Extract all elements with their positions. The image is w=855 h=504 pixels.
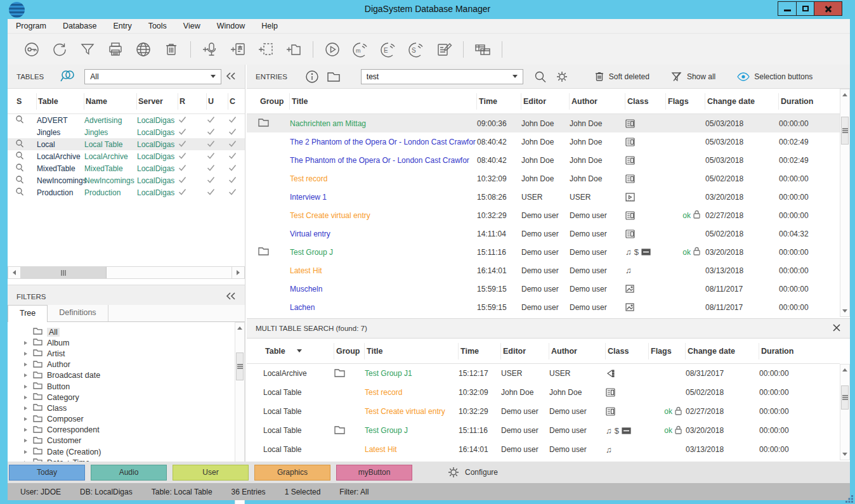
- col-header-class[interactable]: Class: [606, 343, 649, 359]
- col-header-name[interactable]: Name: [84, 93, 137, 110]
- expand-caret-icon[interactable]: [24, 385, 27, 389]
- selection-buttons-toggle[interactable]: Selection buttons: [737, 72, 813, 81]
- col-header-class[interactable]: Class: [625, 93, 666, 110]
- col-header-duration[interactable]: Duration: [779, 93, 836, 110]
- shortcut-button[interactable]: Graphics: [254, 465, 330, 481]
- scroll-down-button[interactable]: [840, 306, 849, 316]
- tree-item[interactable]: Correspondent: [8, 425, 245, 436]
- expand-caret-icon[interactable]: [24, 352, 27, 356]
- table-link-button[interactable]: [469, 40, 497, 59]
- col-header-table[interactable]: Table: [37, 93, 84, 110]
- marquee-add-button[interactable]: [252, 40, 280, 59]
- entry-row[interactable]: Virtual entry 14:11:04 Demo user Demo us…: [247, 224, 850, 243]
- collapse-tables-button[interactable]: [226, 72, 236, 81]
- tables-filter-combo[interactable]: All: [84, 69, 221, 84]
- multi-search-row[interactable]: LocalArchive Test Group J1 15:12:17 USER…: [247, 364, 840, 383]
- search-settings-gear-icon[interactable]: [551, 70, 573, 83]
- entry-row[interactable]: Test Create virtual entry 10:32:29 Demo …: [247, 206, 850, 224]
- entry-row[interactable]: Interview 1 15:08:26 USER USER 03/20/201…: [247, 188, 850, 206]
- entry-row[interactable]: Test Group J 15:11:16 Demo user Demo use…: [247, 243, 850, 261]
- collapse-filters-button[interactable]: [226, 292, 236, 301]
- menu-item[interactable]: Program: [8, 20, 55, 32]
- col-header-author[interactable]: Author: [549, 343, 606, 359]
- tree-item[interactable]: Customer: [8, 436, 245, 446]
- expand-caret-icon[interactable]: [24, 417, 27, 421]
- entries-search-input[interactable]: [367, 72, 512, 81]
- tree-item[interactable]: Category: [8, 392, 245, 403]
- col-header-u[interactable]: U: [207, 93, 228, 110]
- menu-item[interactable]: Tools: [140, 20, 175, 32]
- expand-caret-icon[interactable]: [24, 341, 27, 345]
- menu-item[interactable]: Entry: [105, 20, 140, 32]
- show-all-button[interactable]: Show all: [671, 72, 715, 82]
- broadcast-e-button[interactable]: E: [374, 40, 402, 59]
- entry-row[interactable]: Test record 10:32:09 John Doe John Doe 0…: [247, 169, 850, 188]
- edit-entry-button[interactable]: [430, 40, 458, 59]
- col-header-title[interactable]: Title: [365, 343, 459, 359]
- tree-item[interactable]: Class: [8, 403, 245, 413]
- close-button[interactable]: [814, 2, 842, 15]
- menu-item[interactable]: View: [175, 20, 209, 32]
- scrollbar-thumb[interactable]: [841, 117, 849, 145]
- col-header-editor[interactable]: Editor: [501, 343, 549, 359]
- col-header-title[interactable]: Title: [290, 93, 477, 110]
- key-button[interactable]: [18, 40, 46, 59]
- col-header-c[interactable]: C: [228, 93, 244, 110]
- tab-definitions[interactable]: Definitions: [48, 305, 108, 321]
- col-header-s[interactable]: S: [15, 93, 37, 110]
- search-icon[interactable]: [530, 70, 551, 83]
- broadcast-m-button[interactable]: m: [346, 40, 374, 59]
- table-row[interactable]: NewIncomings NewIncomings LocalDigas: [8, 174, 245, 186]
- entry-row[interactable]: Muscheln 15:59:15 Demo user Demo user 08…: [247, 280, 850, 298]
- menu-item[interactable]: Help: [253, 20, 286, 32]
- table-row[interactable]: Local Local Table LocalDigas: [8, 138, 245, 150]
- table-row[interactable]: LocalArchive LocalArchive LocalDigas: [8, 150, 245, 162]
- maximize-button[interactable]: [796, 2, 814, 15]
- multi-table-search-icon[interactable]: [58, 68, 77, 85]
- table-row[interactable]: Jingles Jingles LocalDigas: [8, 126, 245, 138]
- tree-item[interactable]: Artist: [8, 348, 245, 359]
- shortcut-button[interactable]: User: [173, 465, 249, 481]
- multi-search-scrollbar[interactable]: [840, 364, 850, 460]
- globe-button[interactable]: [129, 40, 157, 59]
- table-row[interactable]: ADVERT Advertising LocalDigas: [8, 114, 245, 126]
- scroll-up-button[interactable]: [235, 323, 244, 333]
- entry-row[interactable]: The Phantom of the Opera Or - London Cas…: [247, 151, 850, 169]
- tree-item[interactable]: Album: [8, 337, 245, 348]
- multi-search-row[interactable]: Local Table Latest Hit 16:14:01 Demo use…: [247, 440, 840, 459]
- soft-deleted-toggle[interactable]: Soft deleted: [594, 71, 649, 82]
- col-header-group[interactable]: Group: [334, 343, 365, 359]
- tree-item[interactable]: Composer: [8, 414, 245, 425]
- minimize-button[interactable]: [778, 2, 796, 15]
- entry-row[interactable]: The 2 Phantom of the Opera Or - London C…: [247, 132, 850, 151]
- close-multi-search-button[interactable]: [832, 323, 841, 333]
- scroll-down-button[interactable]: [840, 449, 849, 460]
- tree-item[interactable]: All: [8, 326, 245, 337]
- trash-button[interactable]: [157, 40, 185, 59]
- refresh-button[interactable]: [46, 40, 74, 59]
- resize-grip[interactable]: [845, 494, 854, 503]
- text-add-button[interactable]: [224, 40, 252, 59]
- menu-item[interactable]: Database: [55, 20, 105, 32]
- multi-search-row[interactable]: Local Table Test record 10:32:09 John Do…: [247, 383, 840, 402]
- expand-caret-icon[interactable]: [24, 406, 27, 410]
- entries-scrollbar[interactable]: [840, 89, 850, 317]
- menu-item[interactable]: Window: [209, 20, 253, 32]
- table-row[interactable]: Production Production LocalDigas: [8, 186, 245, 198]
- shortcut-button[interactable]: Audio: [91, 465, 167, 481]
- expand-caret-icon[interactable]: [24, 373, 27, 377]
- col-header-time[interactable]: Time: [477, 93, 521, 110]
- entry-row[interactable]: Nachrichten am Mittag 09:00:36 John Doe …: [247, 114, 850, 132]
- multi-search-row[interactable]: Local Table Test Group J 15:11:16 Demo u…: [247, 421, 840, 440]
- col-header-editor[interactable]: Editor: [521, 93, 570, 110]
- entry-row[interactable]: Latest Hit 16:14:01 Demo user Demo user …: [247, 261, 850, 280]
- col-header-group[interactable]: Group: [258, 93, 290, 110]
- shortcut-button[interactable]: myButton: [336, 465, 412, 481]
- tree-item[interactable]: Author: [8, 359, 245, 370]
- scroll-left-button[interactable]: [8, 267, 21, 278]
- play-button[interactable]: [318, 40, 346, 59]
- multi-search-row[interactable]: Local Table Test Create virtual entry 10…: [247, 402, 840, 421]
- col-header-flags[interactable]: Flags: [666, 93, 705, 110]
- col-header-author[interactable]: Author: [570, 93, 625, 110]
- print-button[interactable]: [101, 40, 129, 59]
